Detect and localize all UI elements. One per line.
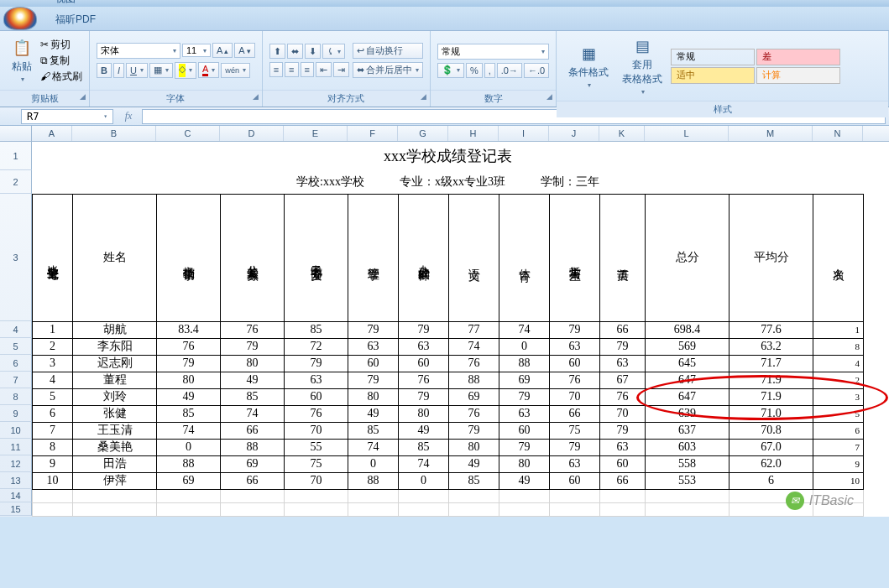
data-table[interactable]: xxx学校成绩登记表学校:xxx学校 专业：x级xx专业3班 学制：三年毕业生登…	[32, 142, 864, 517]
cell[interactable]: 迟志刚	[73, 355, 157, 372]
cell[interactable]: 董程	[73, 372, 157, 388]
border-button[interactable]: ▦▾	[149, 63, 173, 78]
cell[interactable]: 6	[813, 422, 864, 439]
col-header[interactable]: I	[499, 126, 549, 141]
cell[interactable]	[399, 489, 449, 502]
cell[interactable]: 63	[550, 455, 600, 472]
cell[interactable]: 63	[600, 439, 646, 455]
cell[interactable]: 60	[550, 355, 600, 372]
cell[interactable]: 77	[449, 321, 499, 338]
cell[interactable]: 63	[399, 338, 449, 355]
cell[interactable]: 1	[33, 321, 73, 338]
cell[interactable]: 71.0	[730, 405, 813, 422]
cell[interactable]: 62.0	[730, 455, 813, 472]
align-bottom-button[interactable]: ⬇	[305, 44, 321, 59]
cell[interactable]: 田浩	[73, 455, 157, 472]
cell[interactable]: 79	[499, 439, 550, 455]
cell[interactable]: 88	[348, 472, 399, 489]
cell[interactable]: 74	[348, 439, 399, 455]
cell[interactable]: 66	[221, 422, 285, 439]
cell[interactable]	[646, 489, 730, 502]
cell[interactable]: 77.6	[730, 321, 813, 338]
cell[interactable]: 80	[499, 455, 550, 472]
cell[interactable]	[499, 489, 550, 502]
cell[interactable]: 79	[550, 439, 600, 455]
cell[interactable]: 6	[33, 405, 73, 422]
cell[interactable]: 76	[550, 372, 600, 388]
underline-button[interactable]: U▾	[126, 63, 148, 78]
cell[interactable]: 63	[499, 405, 550, 422]
cell[interactable]: 79	[399, 321, 449, 338]
style-bad[interactable]: 差	[756, 49, 840, 65]
row-header[interactable]: 14	[0, 489, 32, 502]
cell[interactable]: 79	[550, 321, 600, 338]
cell[interactable]: 69	[157, 472, 221, 489]
indent-dec-button[interactable]: ⇤	[316, 62, 332, 77]
cell[interactable]: 639	[646, 405, 730, 422]
row-header[interactable]: 2	[0, 170, 32, 194]
select-all-corner[interactable]	[0, 126, 32, 141]
currency-button[interactable]: 💲▾	[437, 63, 464, 78]
cell[interactable]: 79	[449, 422, 499, 439]
cell[interactable]: 63	[285, 372, 348, 388]
cell[interactable]: 49	[221, 372, 285, 388]
dec-decimal-button[interactable]: ←.0	[524, 63, 549, 78]
cell[interactable]: 71.9	[730, 388, 813, 405]
align-left-button[interactable]: ≡	[269, 62, 283, 77]
cell[interactable]: 10	[813, 472, 864, 489]
cell[interactable]: 79	[600, 338, 646, 355]
cell[interactable]: 8	[813, 338, 864, 355]
cell[interactable]: 60	[600, 455, 646, 472]
cell[interactable]	[73, 502, 157, 516]
cell[interactable]: 3	[813, 388, 864, 405]
merge-center-button[interactable]: ⬌合并后居中▾	[353, 62, 423, 78]
cell[interactable]: 0	[157, 439, 221, 455]
cell[interactable]: 李东阳	[73, 338, 157, 355]
dialog-launcher-icon[interactable]: ◢	[253, 92, 259, 101]
cell[interactable]: 80	[221, 355, 285, 372]
cell[interactable]: 79	[285, 355, 348, 372]
cell[interactable]: 60	[550, 472, 600, 489]
cell[interactable]: 79	[348, 321, 399, 338]
cell[interactable]: 3	[33, 355, 73, 372]
cell[interactable]: 647	[646, 388, 730, 405]
cell[interactable]: 75	[550, 422, 600, 439]
row-header[interactable]: 11	[0, 439, 32, 455]
cell[interactable]: 80	[157, 372, 221, 388]
cell[interactable]: 83.4	[157, 321, 221, 338]
inc-decimal-button[interactable]: .0→	[497, 63, 522, 78]
row-header[interactable]: 4	[0, 321, 32, 338]
row-header[interactable]: 1	[0, 142, 32, 170]
cell[interactable]: 刘玲	[73, 388, 157, 405]
col-header[interactable]: K	[599, 126, 645, 141]
copy-button[interactable]: ⧉复制	[40, 54, 82, 68]
cell[interactable]: 74	[221, 405, 285, 422]
cell[interactable]: 桑美艳	[73, 439, 157, 455]
cell[interactable]: 79	[499, 388, 550, 405]
cell[interactable]: 76	[399, 372, 449, 388]
col-header[interactable]: D	[220, 126, 284, 141]
cell[interactable]: 76	[449, 355, 499, 372]
cell[interactable]: 63	[348, 338, 399, 355]
row-header[interactable]: 6	[0, 355, 32, 372]
percent-button[interactable]: %	[466, 63, 483, 78]
cell[interactable]: 60	[499, 422, 550, 439]
conditional-format-button[interactable]: ▦ 条件格式▾	[563, 42, 614, 91]
indent-inc-button[interactable]: ⇥	[333, 62, 349, 77]
cell[interactable]	[499, 502, 550, 516]
row-header[interactable]: 3	[0, 194, 32, 321]
cell[interactable]: 603	[646, 439, 730, 455]
cell[interactable]	[221, 489, 285, 502]
orientation-button[interactable]: ⤹▾	[322, 44, 345, 59]
cell[interactable]: 75	[285, 455, 348, 472]
cell[interactable]: 72	[285, 338, 348, 355]
cell[interactable]: 74	[499, 321, 550, 338]
table-format-button[interactable]: ▤ 套用 表格格式▾	[617, 34, 667, 97]
col-header[interactable]: J	[549, 126, 599, 141]
cell[interactable]: 74	[399, 455, 449, 472]
cell[interactable]: 9	[813, 455, 864, 472]
cell[interactable]: 60	[285, 388, 348, 405]
cell[interactable]: 63	[550, 338, 600, 355]
cell[interactable]: 王玉清	[73, 422, 157, 439]
cell[interactable]: 70.8	[730, 422, 813, 439]
